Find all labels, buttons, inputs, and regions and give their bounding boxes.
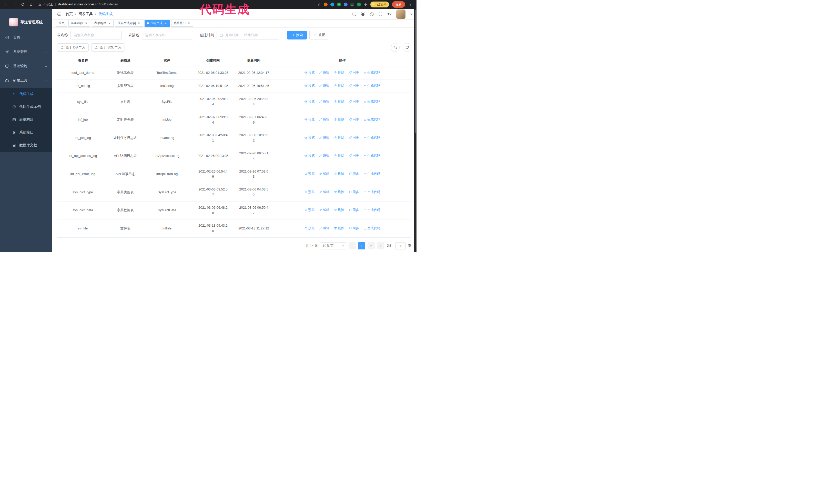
sidebar-item-home[interactable]: 首页 — [0, 30, 52, 45]
search-button[interactable]: 搜索 — [287, 31, 307, 40]
edit-link[interactable]: 编辑 — [319, 117, 329, 122]
extension-icon[interactable] — [357, 3, 361, 6]
generate-code-link[interactable]: 生成代码 — [363, 189, 380, 195]
extension-icon[interactable] — [324, 3, 328, 6]
sidebar-item-codegen[interactable]: 代码生成 — [0, 88, 52, 100]
home-icon[interactable]: ⌂ — [28, 1, 34, 8]
preview-link[interactable]: 预览 — [305, 189, 315, 195]
sidebar-item-system-management[interactable]: 系统管理 — [0, 45, 52, 59]
preview-link[interactable]: 预览 — [305, 208, 315, 213]
prev-page-button[interactable] — [349, 242, 356, 249]
delete-link[interactable]: 删除 — [334, 117, 344, 122]
goto-page-input[interactable] — [396, 242, 406, 249]
sidebar-item-codegen-example[interactable]: 代码生成示例 — [0, 100, 52, 113]
edit-link[interactable]: 编辑 — [319, 70, 329, 75]
delete-link[interactable]: 删除 — [334, 83, 344, 88]
date-range-picker[interactable]: 开始日期 - 结束日期 — [217, 31, 279, 40]
edit-link[interactable]: 编辑 — [319, 225, 329, 231]
close-icon[interactable]: × — [84, 22, 88, 25]
extension-icon[interactable] — [344, 3, 348, 6]
breadcrumb-dev-tools[interactable]: 研发工具 — [78, 12, 93, 17]
sidebar-item-dev-tools[interactable]: 研发工具 — [0, 73, 52, 88]
sync-link[interactable]: 同步 — [349, 225, 359, 231]
page-button-1[interactable]: 1 — [358, 242, 365, 249]
preview-link[interactable]: 预览 — [305, 171, 315, 176]
generate-code-link[interactable]: 生成代码 — [363, 171, 380, 176]
extension-icon[interactable] — [350, 3, 354, 6]
sidebar-toggle-icon[interactable] — [56, 12, 61, 17]
close-icon[interactable]: × — [187, 22, 191, 25]
preview-link[interactable]: 预览 — [305, 135, 315, 140]
preview-link[interactable]: 预览 — [305, 83, 315, 88]
generate-code-link[interactable]: 生成代码 — [363, 70, 380, 75]
refresh-table-button[interactable] — [403, 43, 411, 52]
edit-link[interactable]: 编辑 — [319, 135, 329, 140]
import-sql-button[interactable]: 基于 SQL 导入 — [91, 43, 125, 51]
sync-link[interactable]: 同步 — [349, 153, 359, 158]
sync-link[interactable]: 同步 — [349, 189, 359, 195]
sync-link[interactable]: 同步 — [349, 135, 359, 140]
preview-link[interactable]: 预览 — [305, 70, 315, 75]
generate-code-link[interactable]: 生成代码 — [363, 135, 380, 140]
tab-home[interactable]: 首页 — [56, 20, 67, 27]
browser-menu-icon[interactable]: ⋮ — [408, 2, 413, 7]
delete-link[interactable]: 删除 — [334, 225, 344, 231]
delete-link[interactable]: 删除 — [334, 70, 344, 75]
tab-codegen[interactable]: 代码生成 × — [145, 20, 170, 27]
preview-link[interactable]: 预览 — [305, 225, 315, 231]
page-button-2[interactable]: 2 — [367, 242, 375, 249]
avatar-caret-icon[interactable] — [410, 14, 412, 15]
delete-link[interactable]: 删除 — [334, 153, 344, 158]
sync-link[interactable]: 同步 — [349, 208, 359, 213]
sidebar-item-form-builder[interactable]: 表单构建 — [0, 113, 52, 126]
sync-link[interactable]: 同步 — [349, 117, 359, 122]
delete-link[interactable]: 删除 — [334, 99, 344, 104]
generate-code-link[interactable]: 生成代码 — [363, 225, 380, 231]
generate-code-link[interactable]: 生成代码 — [363, 117, 380, 122]
edit-link[interactable]: 编辑 — [319, 83, 329, 88]
github-icon[interactable] — [361, 12, 365, 17]
fullscreen-icon[interactable] — [378, 12, 383, 17]
breadcrumb-home[interactable]: 首页 — [66, 12, 73, 17]
extensions-puzzle-icon[interactable] — [364, 3, 367, 6]
delete-link[interactable]: 删除 — [334, 135, 344, 140]
generate-code-link[interactable]: 生成代码 — [363, 83, 380, 88]
back-icon[interactable]: ← — [3, 1, 10, 8]
delete-link[interactable]: 删除 — [334, 208, 344, 213]
edit-link[interactable]: 编辑 — [319, 208, 329, 213]
user-avatar[interactable] — [396, 9, 405, 19]
help-icon[interactable]: ? — [370, 12, 374, 17]
bookmark-star-icon[interactable]: ☆ — [317, 2, 321, 7]
table-name-input[interactable] — [70, 31, 122, 40]
generate-code-link[interactable]: 生成代码 — [363, 208, 380, 213]
reload-icon[interactable] — [20, 1, 26, 8]
sidebar-item-infrastructure[interactable]: 基础设施 — [0, 59, 52, 73]
import-db-button[interactable]: 基于 DB 导入 — [57, 43, 89, 51]
font-size-icon[interactable]: TT — [387, 12, 392, 17]
sync-link[interactable]: 同步 — [349, 70, 359, 75]
browser-update-button[interactable]: 更新 — [392, 1, 405, 8]
tab-codegen-example[interactable]: 代码生成示例 × — [115, 20, 143, 27]
close-icon[interactable]: × — [164, 22, 167, 25]
preview-link[interactable]: 预览 — [305, 153, 315, 158]
tab-form-builder[interactable]: 表单构建 × — [92, 20, 114, 27]
close-icon[interactable]: × — [108, 22, 111, 25]
tab-trace[interactable]: 链路追踪 × — [68, 20, 90, 27]
profile-paused-badge[interactable]: 已暂停 — [371, 2, 389, 7]
edit-link[interactable]: 编辑 — [319, 99, 329, 104]
tab-system-api[interactable]: 系统接口 × — [171, 20, 193, 27]
extension-icon[interactable]: V — [337, 3, 341, 6]
delete-link[interactable]: 删除 — [334, 189, 344, 195]
sync-link[interactable]: 同步 — [349, 171, 359, 176]
scrollbar-thumb[interactable] — [415, 10, 416, 133]
reset-button[interactable]: 重置 — [309, 31, 329, 40]
sync-link[interactable]: 同步 — [349, 99, 359, 104]
close-icon[interactable]: × — [137, 22, 141, 25]
edit-link[interactable]: 编辑 — [319, 189, 329, 195]
sync-link[interactable]: 同步 — [349, 83, 359, 88]
sidebar-item-db-docs[interactable]: 数据库文档 — [0, 139, 52, 152]
edit-link[interactable]: 编辑 — [319, 171, 329, 176]
forward-icon[interactable]: → — [11, 1, 18, 8]
next-page-button[interactable] — [377, 242, 384, 249]
page-size-select[interactable]: 10条/页 ▾ — [320, 242, 346, 249]
